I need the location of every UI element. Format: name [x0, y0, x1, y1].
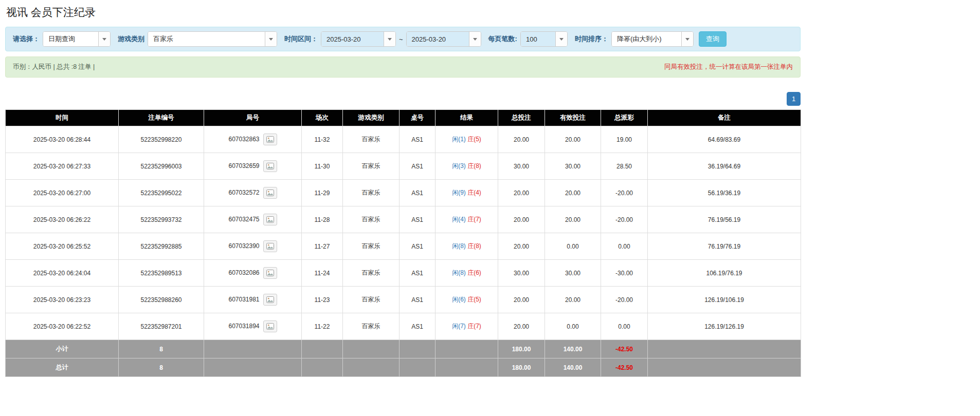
session-cell: 11-28	[302, 206, 343, 233]
subtotal-row: 小计 8 180.00 140.00 -42.50	[6, 340, 801, 358]
remark-cell: 64.69/83.69	[648, 126, 801, 153]
payout-cell: -20.00	[601, 206, 648, 233]
search-button[interactable]: 查询	[699, 31, 727, 47]
total-bet-cell[interactable]: 30.00	[498, 153, 545, 180]
payout-cell: -20.00	[601, 180, 648, 206]
time-cell: 2025-03-20 06:24:04	[6, 260, 119, 287]
result-banker: 庄(4)	[467, 189, 481, 196]
bet-id-cell: 522352989513	[119, 260, 204, 287]
result-player: 闲(1)	[452, 136, 466, 143]
betting-table-body: 2025-03-20 06:28:44522352998220607032863…	[6, 126, 801, 340]
result-banker: 庄(5)	[467, 296, 481, 303]
table-no-cell: AS1	[400, 260, 435, 287]
currency-summary-text: 币别：人民币 | 总共 :8 注单 |	[13, 63, 95, 71]
bet-id-cell: 522352995022	[119, 180, 204, 206]
result-cell: 闲(8) 庄(6)	[435, 260, 498, 287]
session-cell: 11-32	[302, 126, 343, 153]
sort-order-select[interactable]: 降幂(由大到小)	[611, 31, 694, 47]
picture-icon	[266, 323, 274, 330]
picture-icon	[266, 136, 274, 143]
time-cell: 2025-03-20 06:22:52	[6, 313, 119, 340]
bet-id-cell: 522352993732	[119, 206, 204, 233]
valid-bet-cell: 20.00	[545, 180, 601, 206]
payout-cell: 0.00	[601, 233, 648, 260]
round-id: 607032863	[228, 136, 259, 143]
valid-bet-cell: 20.00	[545, 126, 601, 153]
round-replay-button[interactable]	[263, 240, 277, 252]
result-player: 闲(3)	[452, 162, 466, 169]
total-bet-cell[interactable]: 20.00	[498, 233, 545, 260]
table-no-cell: AS1	[400, 153, 435, 180]
page-container: 视讯 会员下注纪录 请选择： 日期查询 游戏类别 百家乐 时间区间： 2025-…	[5, 5, 801, 377]
game-type-cell: 百家乐	[343, 126, 400, 153]
table-header-row: 时间 注单编号 局号 场次 游戏类别 桌号 结果 总投注 有效投注 总派彩 备注	[6, 110, 801, 126]
round-id: 607032572	[228, 189, 259, 196]
round-replay-button[interactable]	[263, 320, 277, 332]
chevron-down-icon	[469, 32, 481, 46]
col-header-game-type: 游戏类别	[343, 110, 400, 126]
picture-icon	[266, 190, 274, 196]
round-replay-button[interactable]	[263, 134, 277, 145]
total-bet-cell[interactable]: 20.00	[498, 313, 545, 340]
date-from-select[interactable]: 2025-03-20	[321, 31, 396, 47]
empty-cell	[204, 358, 302, 377]
empty-cell	[343, 358, 400, 377]
remark-cell: 56.19/36.19	[648, 180, 801, 206]
round-id: 607032086	[228, 269, 259, 276]
session-cell: 11-29	[302, 180, 343, 206]
table-row: 2025-03-20 06:28:44522352998220607032863…	[6, 126, 801, 153]
total-bet-cell[interactable]: 20.00	[498, 126, 545, 153]
round-replay-button[interactable]	[263, 267, 277, 279]
date-to-select[interactable]: 2025-03-20	[406, 31, 481, 47]
round-id: 607032659	[228, 162, 259, 169]
remark-cell: 106.19/76.19	[648, 260, 801, 287]
round-id-cell: 607032659	[204, 153, 302, 180]
query-type-select[interactable]: 日期查询	[43, 31, 111, 47]
total-bet-cell[interactable]: 20.00	[498, 180, 545, 206]
page-size-label: 每页笔数:	[488, 34, 517, 44]
total-bet-cell[interactable]: 20.00	[498, 206, 545, 233]
table-row: 2025-03-20 06:22:52522352987201607031894…	[6, 313, 801, 340]
round-replay-button[interactable]	[263, 160, 277, 172]
result-banker: 庄(6)	[467, 269, 481, 276]
result-player: 闲(6)	[452, 296, 466, 303]
table-row: 2025-03-20 06:23:23522352988260607031981…	[6, 287, 801, 313]
result-banker: 庄(8)	[467, 242, 481, 250]
col-header-time: 时间	[6, 110, 119, 126]
payout-cell: 28.50	[601, 153, 648, 180]
col-header-session: 场次	[302, 110, 343, 126]
remark-cell: 126.19/106.19	[648, 287, 801, 313]
round-replay-button[interactable]	[263, 294, 277, 306]
empty-cell	[435, 358, 498, 377]
total-bet-cell[interactable]: 20.00	[498, 287, 545, 313]
game-type-cell: 百家乐	[343, 153, 400, 180]
table-no-cell: AS1	[400, 313, 435, 340]
table-no-cell: AS1	[400, 126, 435, 153]
round-id: 607031981	[228, 296, 259, 303]
result-cell: 闲(3) 庄(8)	[435, 153, 498, 180]
empty-cell	[302, 358, 343, 377]
picture-icon	[266, 296, 274, 303]
empty-cell	[204, 340, 302, 358]
page-button-1[interactable]: 1	[787, 92, 801, 106]
remark-cell: 76.19/56.19	[648, 206, 801, 233]
result-cell: 闲(4) 庄(7)	[435, 206, 498, 233]
sort-order-value: 降幂(由大到小)	[612, 32, 681, 46]
total-bet-cell[interactable]: 30.00	[498, 260, 545, 287]
total-row: 总计 8 180.00 140.00 -42.50	[6, 358, 801, 377]
table-row: 2025-03-20 06:27:00522352995022607032572…	[6, 180, 801, 206]
page-size-value: 100	[521, 32, 555, 46]
filter-bar: 请选择： 日期查询 游戏类别 百家乐 时间区间： 2025-03-20 ~ 20…	[5, 27, 801, 51]
page-size-select[interactable]: 100	[520, 31, 568, 47]
round-id: 607032475	[228, 216, 259, 223]
empty-cell	[400, 340, 435, 358]
time-cell: 2025-03-20 06:27:00	[6, 180, 119, 206]
col-header-table-no: 桌号	[400, 110, 435, 126]
game-type-select[interactable]: 百家乐	[148, 31, 277, 47]
col-header-round-id: 局号	[204, 110, 302, 126]
game-type-label: 游戏类别	[118, 34, 144, 44]
round-replay-button[interactable]	[263, 187, 277, 199]
col-header-payout: 总派彩	[601, 110, 648, 126]
total-count: 8	[119, 358, 204, 377]
round-replay-button[interactable]	[263, 214, 277, 225]
